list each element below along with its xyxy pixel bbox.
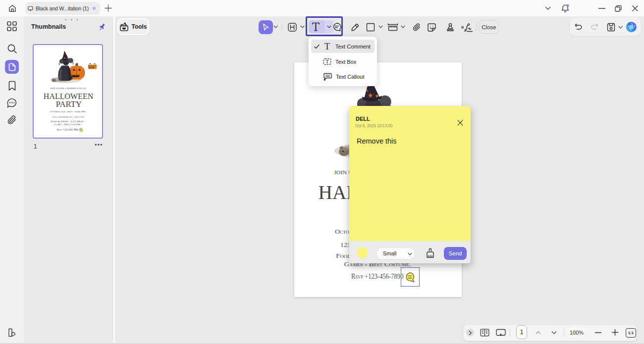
svg-text:T: T bbox=[325, 58, 329, 64]
